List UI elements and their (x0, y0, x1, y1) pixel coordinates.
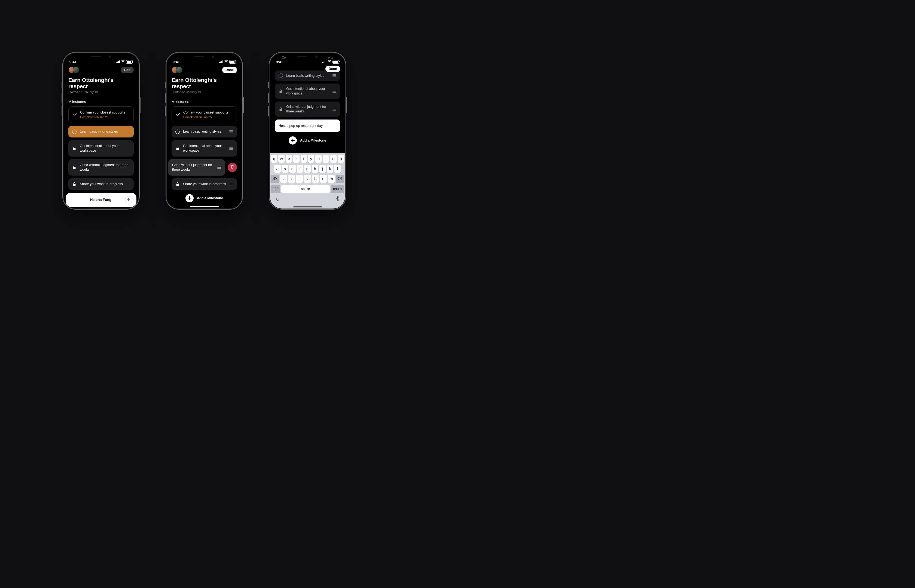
key-123[interactable]: 123 (271, 185, 280, 193)
participant-avatars[interactable] (68, 67, 79, 73)
emoji-key-icon[interactable]: ☺ (275, 196, 280, 202)
milestone-row-editable[interactable]: Learn basic writing styles (171, 126, 237, 137)
keyboard-row-1: q w e r t y u i o p (271, 155, 344, 163)
sheet-user-name: Helena Fung (76, 198, 125, 202)
milestone-title: Confirm your closest supports (80, 110, 129, 115)
key-t[interactable]: t (301, 155, 307, 163)
key-u[interactable]: u (315, 155, 322, 163)
milestone-title: Get intentional about your workspace (183, 144, 226, 153)
key-w[interactable]: w (278, 155, 285, 163)
key-a[interactable]: a (274, 165, 281, 173)
milestone-row-editable[interactable]: Grind without judgment for three weeks (275, 102, 340, 117)
keyboard-row-3: z x c v b n m (271, 175, 344, 183)
arrow-up-icon[interactable] (125, 196, 132, 204)
milestone-row-locked[interactable]: Get intentional about your workspace (68, 140, 134, 157)
battery-icon (126, 60, 133, 64)
cellular-icon (116, 60, 120, 63)
new-milestone-input[interactable]: Host a pop-up restaurant day (275, 120, 340, 132)
key-h[interactable]: h (312, 165, 318, 173)
milestone-title: Learn basic writing styles (286, 73, 329, 78)
status-time: 9:41 (70, 60, 76, 64)
keyboard-row-2: a s d f g h j k l (271, 165, 344, 173)
drag-handle-icon[interactable] (333, 90, 336, 92)
lock-icon (175, 182, 180, 186)
check-icon (73, 112, 77, 117)
status-time: 9:41 (276, 60, 283, 64)
milestone-row-editable[interactable]: Share your work-in-progress (171, 178, 237, 190)
key-l[interactable]: l (334, 165, 341, 173)
done-button[interactable]: Done (222, 67, 237, 73)
drag-handle-icon[interactable] (229, 183, 233, 186)
drag-handle-icon[interactable] (217, 166, 221, 169)
key-k[interactable]: k (327, 165, 333, 173)
add-milestone-button[interactable]: Add a Milestone (275, 136, 340, 145)
svg-rect-2 (73, 184, 76, 186)
key-n[interactable]: n (320, 175, 327, 183)
milestone-title: Get intentional about your workspace (286, 87, 329, 96)
milestone-title: Confirm your closest supports (183, 110, 233, 115)
add-milestone-button[interactable]: Add a Milestone (171, 194, 237, 202)
key-return[interactable]: return (331, 185, 344, 193)
key-z[interactable]: z (280, 175, 287, 183)
key-j[interactable]: j (319, 165, 326, 173)
lock-icon (175, 146, 180, 150)
key-m[interactable]: m (328, 175, 335, 183)
dictation-key-icon[interactable] (336, 196, 339, 202)
status-time: 9:41 (173, 60, 180, 64)
drag-handle-icon[interactable] (333, 74, 336, 77)
svg-rect-0 (73, 148, 76, 150)
milestone-row-editable[interactable]: Get intentional about your workspace (171, 140, 237, 157)
key-x[interactable]: x (288, 175, 295, 183)
wifi-icon (224, 60, 228, 64)
key-i[interactable]: i (323, 155, 329, 163)
wifi-icon (121, 60, 125, 64)
edit-button[interactable]: Edit (121, 67, 134, 73)
delete-button[interactable] (228, 163, 237, 172)
plus-icon (289, 136, 297, 145)
key-q[interactable]: q (271, 155, 277, 163)
svg-rect-7 (337, 196, 338, 199)
key-shift[interactable] (271, 175, 279, 183)
milestone-title: Share your work-in-progress (80, 182, 130, 186)
svg-rect-4 (176, 184, 179, 186)
milestone-completed-date: Completed on Jan 25 (80, 115, 129, 119)
key-b[interactable]: b (312, 175, 319, 183)
plus-icon (186, 194, 194, 202)
add-milestone-label: Add a Milestone (197, 196, 223, 200)
home-indicator[interactable] (293, 206, 322, 207)
participant-avatars[interactable] (171, 67, 183, 73)
milestone-row-completed[interactable]: Confirm your closest supports Completed … (171, 107, 237, 123)
key-space[interactable]: space (281, 185, 330, 193)
trash-icon (230, 165, 234, 170)
ios-keyboard: q w e r t y u i o p a s d f g h j k l (270, 153, 345, 208)
milestone-row-completed[interactable]: Confirm your closest supports Completed … (68, 107, 134, 123)
notch (188, 53, 221, 60)
milestone-row-locked[interactable]: Grind without judgment for three weeks (68, 159, 134, 176)
key-o[interactable]: o (330, 155, 336, 163)
key-g[interactable]: g (304, 165, 311, 173)
key-p[interactable]: p (338, 155, 344, 163)
milestone-row-current[interactable]: Learn basic writing styles (68, 126, 134, 137)
key-d[interactable]: d (289, 165, 296, 173)
key-backspace[interactable] (336, 175, 344, 183)
drag-handle-icon[interactable] (229, 147, 233, 150)
home-indicator[interactable] (190, 206, 219, 207)
drag-handle-icon[interactable] (229, 131, 233, 133)
milestone-row-editable[interactable]: Get intentional about your workspace (275, 84, 340, 99)
milestone-row-swiped[interactable]: Grind without judgment for three weeks (168, 159, 237, 176)
done-button[interactable]: Done (325, 66, 340, 72)
key-s[interactable]: s (282, 165, 288, 173)
milestones-heading: Milestones (171, 100, 237, 104)
milestone-title: Grind without judgment for three weeks (80, 163, 130, 172)
key-e[interactable]: e (286, 155, 292, 163)
goal-start-date: Started on January 19 (171, 90, 237, 94)
bottom-sheet-handle[interactable]: Helena Fung (66, 193, 136, 207)
drag-handle-icon[interactable] (333, 108, 336, 110)
key-v[interactable]: v (304, 175, 311, 183)
key-f[interactable]: f (297, 165, 303, 173)
avatar (73, 67, 79, 73)
key-y[interactable]: y (308, 155, 314, 163)
key-r[interactable]: r (293, 155, 299, 163)
milestone-row-locked[interactable]: Share your work-in-progress (68, 178, 134, 190)
key-c[interactable]: c (296, 175, 303, 183)
